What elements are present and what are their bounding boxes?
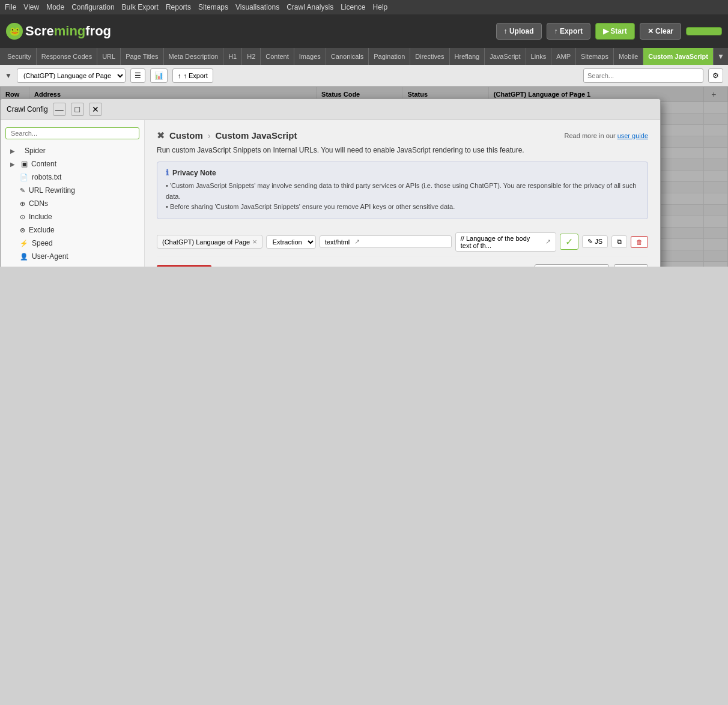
sidebar-label-cdns: CDNs (29, 199, 48, 208)
sidebar-icon-include: ⊙ (20, 213, 25, 221)
search-input[interactable] (583, 68, 703, 83)
sidebar-icon-content: ▣ (21, 160, 28, 168)
config-validate-button[interactable]: ✓ (560, 234, 578, 250)
tab-response-codes[interactable]: Response Codes (37, 48, 97, 65)
header: 🐸 Scremingfrog ↑ Upload ↑ Export ▶ Start… (0, 14, 728, 48)
tab-mobile[interactable]: Mobile (614, 48, 643, 65)
config-footer: 🗑 Delete All + Add from Library + Add (157, 257, 648, 267)
search-options-button[interactable]: ⚙ (708, 68, 723, 83)
sidebar-arrow-content: ▶ (10, 161, 17, 168)
dialog-close-button[interactable]: ✕ (89, 103, 102, 116)
add-button[interactable]: + Add (614, 264, 648, 267)
view-list-button[interactable]: ☰ (130, 68, 145, 83)
config-tag-remove[interactable]: × (252, 237, 257, 246)
sidebar-item-spider[interactable]: ▶ Spider (1, 144, 144, 157)
tab-security[interactable]: Security (2, 48, 37, 65)
js-label: ✎ JS (587, 238, 602, 246)
upload-button[interactable]: ↑ Upload (496, 23, 542, 40)
dialog-minimize-button[interactable]: — (53, 103, 66, 116)
menu-view[interactable]: View (23, 3, 39, 11)
delete-all-button[interactable]: 🗑 Delete All (157, 265, 211, 267)
sidebar-item-robots-txt[interactable]: 📄 robots.txt (1, 171, 144, 184)
sidebar-search-input[interactable] (5, 127, 139, 139)
expand-icon[interactable]: ↗ (354, 238, 360, 246)
sidebar-label-robots: robots.txt (32, 173, 61, 181)
dialog-maximize-button[interactable]: □ (71, 103, 84, 116)
filter-select[interactable]: (ChatGPT) Language of Page (17, 68, 126, 83)
config-tag: (ChatGPT) Language of Page × (157, 235, 262, 249)
sidebar-item-cdns[interactable]: ⊕ CDNs (1, 197, 144, 210)
sidebar-item-speed[interactable]: ⚡ Speed (1, 237, 144, 250)
sidebar: ▶ Spider ▶ ▣ Content 📄 robots.txt ✎ URL … (1, 120, 145, 267)
user-guide-anchor[interactable]: user guide (617, 132, 648, 139)
config-comment-value: // Language of the body text of th... (461, 235, 541, 249)
expand-icon-2[interactable]: ↗ (545, 238, 551, 246)
tab-content[interactable]: Content (261, 48, 294, 65)
export-label: ↑ Export (183, 72, 207, 79)
menu-crawl-analysis[interactable]: Crawl Analysis (287, 3, 333, 11)
tab-directives[interactable]: Directives (410, 48, 449, 65)
extra-button[interactable] (686, 27, 722, 35)
menu-configuration[interactable]: Configuration (71, 3, 114, 11)
sidebar-item-http-header[interactable]: H HTTP Header (1, 263, 144, 267)
config-comment-input: // Language of the body text of th... ↗ (455, 232, 556, 252)
export-icon: ↑ (178, 72, 181, 79)
tab-amp[interactable]: AMP (551, 48, 576, 65)
sidebar-label-include: Include (29, 213, 52, 221)
tab-images[interactable]: Images (294, 48, 326, 65)
check-icon: ✓ (565, 236, 573, 247)
tab-canonicals[interactable]: Canonicals (326, 48, 369, 65)
sidebar-item-url-rewriting[interactable]: ✎ URL Rewriting (1, 184, 144, 197)
menu-mode[interactable]: Mode (46, 3, 64, 11)
privacy-note: ℹ Privacy Note • 'Custom JavaScript Snip… (157, 162, 648, 219)
menu-sitemaps[interactable]: Sitemaps (198, 3, 228, 11)
menu-bulk-export[interactable]: Bulk Export (122, 3, 159, 11)
tab-pagination[interactable]: Pagination (369, 48, 410, 65)
filter-export-button[interactable]: ↑ ↑ Export (172, 68, 213, 83)
tab-links[interactable]: Links (526, 48, 552, 65)
menu-reports[interactable]: Reports (166, 3, 191, 11)
add-from-library-button[interactable]: + Add from Library (535, 264, 609, 267)
logo-frog-icon: 🐸 (6, 23, 23, 40)
privacy-note-line-1: • 'Custom JavaScript Snippets' may invol… (166, 181, 639, 202)
sidebar-label-exclude: Exclude (29, 226, 55, 234)
sidebar-item-content[interactable]: ▶ ▣ Content (1, 157, 144, 171)
info-icon: ℹ (166, 168, 169, 177)
footer-right: + Add from Library + Add (535, 264, 648, 267)
tab-hreflang[interactable]: Hreflang (450, 48, 485, 65)
sidebar-item-user-agent[interactable]: 👤 User-Agent (1, 250, 144, 263)
logo: 🐸 Scremingfrog (6, 23, 111, 40)
tab-page-titles[interactable]: Page Titles (121, 48, 163, 65)
menu-licence[interactable]: Licence (341, 3, 365, 11)
sidebar-label-spider: Spider (25, 147, 46, 155)
sidebar-label-http-header: HTTP Header (28, 265, 73, 267)
breadcrumb-child: Custom JavaScript (216, 130, 297, 141)
sidebar-icon-cdns: ⊕ (20, 200, 25, 208)
tab-scroll-arrow[interactable]: ▼ (714, 50, 728, 63)
config-copy-button[interactable]: ⧉ (611, 235, 627, 248)
config-type-select[interactable]: Extraction (266, 235, 316, 249)
menu-file[interactable]: File (5, 3, 16, 11)
config-js-button[interactable]: ✎ JS (582, 235, 608, 248)
tab-h1[interactable]: H1 (223, 48, 242, 65)
clear-button[interactable]: ✕ Clear (640, 23, 681, 40)
sidebar-icon-http-header: H (20, 266, 25, 267)
menu-help[interactable]: Help (373, 3, 388, 11)
start-button[interactable]: ▶ Start (595, 23, 635, 40)
sidebar-item-include[interactable]: ⊙ Include (1, 210, 144, 223)
breadcrumb-root: Custom (169, 130, 203, 141)
view-chart-button[interactable]: 📊 (150, 68, 168, 83)
filter-bar: ▼ (ChatGPT) Language of Page ☰ 📊 ↑ ↑ Exp… (0, 65, 728, 86)
tab-custom-javascript[interactable]: Custom JavaScript (643, 48, 714, 65)
tab-javascript[interactable]: JavaScript (485, 48, 526, 65)
tab-meta-description[interactable]: Meta Description (164, 48, 224, 65)
tab-h2[interactable]: H2 (242, 48, 261, 65)
sidebar-item-exclude[interactable]: ⊗ Exclude (1, 223, 144, 237)
menu-visualisations[interactable]: Visualisations (235, 3, 279, 11)
export-button[interactable]: ↑ Export (547, 23, 590, 40)
tab-sitemaps[interactable]: Sitemaps (576, 48, 614, 65)
config-delete-button[interactable]: 🗑 (631, 236, 648, 248)
config-mime-value: text/html (325, 238, 350, 246)
tab-url[interactable]: URL (97, 48, 121, 65)
sidebar-icon-robots: 📄 (20, 174, 28, 181)
